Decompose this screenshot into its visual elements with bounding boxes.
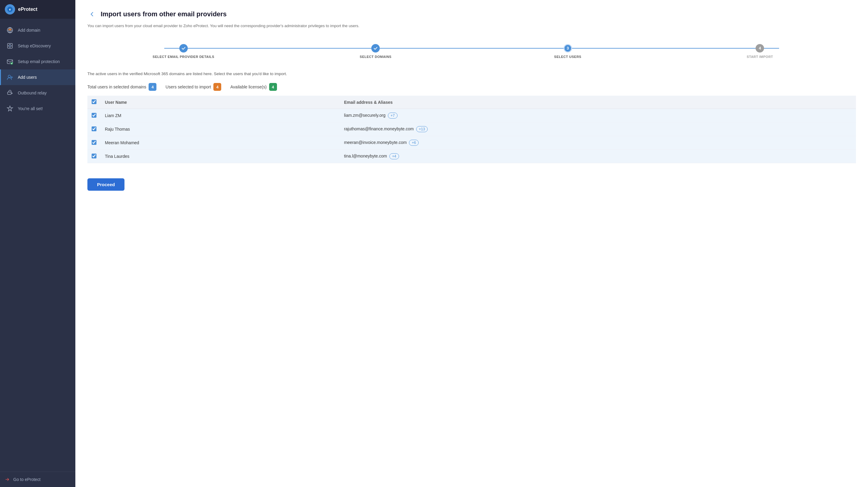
- action-bar: Proceed: [87, 172, 856, 191]
- stat-total-users: Total users in selected domains 4: [87, 83, 156, 91]
- alias-badge[interactable]: +4: [390, 153, 399, 159]
- svg-text:e: e: [9, 7, 11, 11]
- alias-badge[interactable]: +7: [388, 113, 398, 119]
- table-header: User Name Email address & Aliases: [87, 96, 856, 109]
- svg-rect-13: [7, 92, 11, 94]
- sidebar-item-youre-all-set[interactable]: You're all set!: [0, 101, 75, 116]
- row-email: liam.zm@securely.org+7: [340, 109, 856, 122]
- sidebar-item-label: Add users: [18, 75, 37, 80]
- total-users-label: Total users in selected domains: [87, 85, 146, 89]
- row-username: Liam ZM: [101, 109, 340, 122]
- goto-eprotect-label: Go to eProtect: [13, 477, 40, 482]
- step-label-4: START IMPORT: [747, 55, 773, 59]
- step-description: The active users in the verified Microso…: [87, 70, 856, 77]
- table-row: Raju Thomasrajuthomas@finance.moneybyte.…: [87, 122, 856, 136]
- row-email: meeran@invoice.moneybyte.com+6: [340, 136, 856, 150]
- step-select-domains: SELECT DOMAINS: [280, 44, 472, 59]
- row-email: tina.l@moneybyte.com+4: [340, 150, 856, 163]
- sidebar-item-setup-ediscovery[interactable]: Setup eDiscovery: [0, 38, 75, 54]
- svg-marker-14: [7, 106, 13, 111]
- stepper: SELECT EMAIL PROVIDER DETAILS SELECT DOM…: [87, 38, 856, 62]
- svg-point-12: [8, 75, 10, 78]
- row-checkbox[interactable]: [92, 126, 96, 131]
- step-circle-2: [371, 44, 380, 53]
- col-header-checkbox: [87, 96, 101, 109]
- sidebar-item-setup-email-protection[interactable]: Setup email protection: [0, 54, 75, 69]
- step-select-users: 3 SELECT USERS: [472, 44, 664, 59]
- step-label-2: SELECT DOMAINS: [360, 55, 392, 59]
- step-label-1: SELECT EMAIL PROVIDER DETAILS: [153, 55, 214, 59]
- back-button[interactable]: [87, 10, 96, 19]
- sidebar: e eProtect Add domain: [0, 0, 75, 487]
- row-checkbox[interactable]: [92, 113, 96, 118]
- users-selected-badge: 4: [213, 83, 221, 91]
- svg-point-9: [10, 46, 10, 47]
- user-table: User Name Email address & Aliases Liam Z…: [87, 96, 856, 163]
- sidebar-item-outbound-relay[interactable]: Outbound relay: [0, 85, 75, 101]
- sidebar-item-add-domain[interactable]: Add domain: [0, 22, 75, 38]
- sidebar-item-label: Add domain: [18, 28, 40, 33]
- sidebar-item-label: Setup email protection: [18, 59, 60, 64]
- row-checkbox-cell: [87, 150, 101, 163]
- globe-icon: [6, 26, 14, 34]
- step-circle-4: 4: [755, 44, 764, 53]
- table-body: Liam ZMliam.zm@securely.org+7Raju Thomas…: [87, 109, 856, 163]
- row-checkbox-cell: [87, 109, 101, 122]
- proceed-button[interactable]: Proceed: [87, 178, 124, 191]
- page-subtitle: You can import users from your cloud ema…: [87, 23, 856, 29]
- sidebar-footer: Go to eProtect: [0, 471, 75, 487]
- all-set-icon: [6, 105, 14, 113]
- table-row: Meeran Mohamedmeeran@invoice.moneybyte.c…: [87, 136, 856, 150]
- col-header-email: Email address & Aliases: [340, 96, 856, 109]
- app-logo: e: [5, 4, 15, 15]
- sidebar-item-label: You're all set!: [18, 106, 43, 111]
- stat-available-licenses: Available license(s) 4: [230, 83, 277, 91]
- alias-badge[interactable]: +6: [409, 140, 418, 146]
- row-email: rajuthomas@finance.moneybyte.com+13: [340, 122, 856, 136]
- row-username: Raju Thomas: [101, 122, 340, 136]
- stat-users-selected: Users selected to import 4: [165, 83, 221, 91]
- available-licenses-label: Available license(s): [230, 85, 267, 89]
- email-protection-icon: [6, 57, 14, 66]
- col-header-username: User Name: [101, 96, 340, 109]
- row-checkbox[interactable]: [92, 153, 96, 159]
- step-label-3: SELECT USERS: [554, 55, 581, 59]
- row-checkbox-cell: [87, 122, 101, 136]
- goto-eprotect[interactable]: Go to eProtect: [5, 477, 70, 482]
- row-checkbox-cell: [87, 136, 101, 150]
- available-licenses-badge: 4: [269, 83, 277, 91]
- app-name: eProtect: [18, 7, 37, 12]
- svg-rect-6: [8, 29, 11, 30]
- sidebar-item-add-users[interactable]: Add users: [0, 69, 75, 85]
- step-start-import: 4 START IMPORT: [664, 44, 856, 59]
- select-all-checkbox[interactable]: [92, 99, 96, 104]
- page-header: Import users from other email providers: [87, 10, 856, 19]
- row-username: Tina Laurdes: [101, 150, 340, 163]
- sidebar-nav: Add domain Setup eDiscovery: [0, 19, 75, 471]
- ediscovery-icon: [6, 41, 14, 50]
- users-selected-label: Users selected to import: [165, 85, 211, 89]
- add-users-icon: [6, 73, 14, 82]
- table-row: Liam ZMliam.zm@securely.org+7: [87, 109, 856, 122]
- outbound-icon: [6, 89, 14, 97]
- page-container: Import users from other email providers …: [75, 0, 868, 487]
- step-circle-1: [179, 44, 188, 53]
- stats-bar: Total users in selected domains 4 Users …: [87, 83, 856, 91]
- total-users-badge: 4: [149, 83, 156, 91]
- sidebar-item-label: Outbound relay: [18, 90, 47, 95]
- table-row: Tina Laurdestina.l@moneybyte.com+4: [87, 150, 856, 163]
- sidebar-item-label: Setup eDiscovery: [18, 44, 51, 48]
- page-title: Import users from other email providers: [101, 10, 227, 18]
- main-content: Import users from other email providers …: [75, 0, 868, 487]
- step-select-email-provider-details: SELECT EMAIL PROVIDER DETAILS: [87, 44, 280, 59]
- alias-badge[interactable]: +13: [416, 126, 428, 132]
- row-username: Meeran Mohamed: [101, 136, 340, 150]
- step-circle-3: 3: [564, 44, 572, 53]
- row-checkbox[interactable]: [92, 140, 96, 145]
- sidebar-header: e eProtect: [0, 0, 75, 19]
